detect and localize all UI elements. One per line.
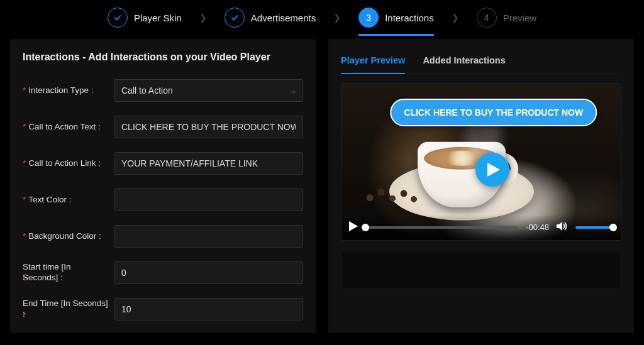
- chevron-right-icon: ❯: [452, 13, 459, 23]
- interaction-type-label: *Interaction Type: [23, 85, 108, 96]
- cta-overlay-button[interactable]: CLICK HERE TO BUY THE PRODUCT NOW: [390, 99, 597, 126]
- step-interactions[interactable]: 3 Interactions: [358, 8, 434, 36]
- play-icon: [349, 221, 358, 231]
- chevron-right-icon: ❯: [333, 13, 341, 23]
- step-advertisements[interactable]: Advertisements: [225, 8, 316, 28]
- cta-text-label: *Call to Action Text: [23, 122, 108, 133]
- start-time-label: *Start time [In Seconds]: [23, 262, 108, 283]
- check-icon: [108, 8, 128, 28]
- progress-bar[interactable]: [365, 226, 518, 229]
- text-color-input[interactable]: [114, 189, 303, 211]
- progress-thumb[interactable]: [362, 224, 369, 231]
- play-pause-button[interactable]: [349, 221, 358, 234]
- panel-title: Interactions - Add Interactions on your …: [23, 52, 303, 63]
- cta-link-input[interactable]: [114, 152, 303, 175]
- video-preview: CLICK HERE TO BUY THE PRODUCT NOW -00:48: [341, 83, 621, 241]
- end-time-input[interactable]: [114, 298, 303, 320]
- play-icon: [487, 163, 500, 177]
- interaction-type-select[interactable]: [114, 79, 303, 102]
- svg-marker-2: [557, 222, 562, 231]
- cta-text-input[interactable]: [114, 116, 303, 138]
- play-button[interactable]: [475, 153, 509, 187]
- text-color-label: *Text Color: [23, 195, 108, 205]
- cta-link-label: *Call to Action Link: [23, 158, 108, 169]
- step-label: Interactions: [385, 13, 434, 23]
- bg-color-input[interactable]: [114, 225, 303, 248]
- tab-added-interactions[interactable]: Added Interactions: [423, 52, 505, 74]
- video-controls: -00:48: [341, 215, 621, 240]
- time-remaining: -00:48: [526, 222, 549, 232]
- volume-icon[interactable]: [557, 221, 568, 234]
- step-player-skin[interactable]: Player Skin: [108, 8, 182, 28]
- step-preview[interactable]: 4 Preview: [477, 8, 536, 28]
- chevron-right-icon: ❯: [199, 13, 207, 23]
- bg-color-label: *Background Color: [23, 231, 108, 242]
- end-time-label: *End Time [In Seconds]: [23, 298, 108, 320]
- svg-marker-0: [487, 163, 500, 177]
- start-time-input[interactable]: [114, 261, 303, 284]
- step-number: 3: [358, 8, 379, 28]
- wizard-stepper: Player Skin ❯ Advertisements ❯ 3 Interac…: [0, 0, 644, 39]
- added-interactions-area: [341, 251, 621, 288]
- interactions-form-panel: Interactions - Add Interactions on your …: [10, 39, 316, 333]
- svg-marker-1: [349, 221, 358, 231]
- step-label: Advertisements: [251, 13, 316, 23]
- volume-thumb[interactable]: [609, 224, 617, 231]
- volume-slider[interactable]: [575, 226, 613, 229]
- check-icon: [225, 8, 245, 28]
- step-label: Player Skin: [134, 13, 182, 23]
- tab-player-preview[interactable]: Player Preview: [341, 52, 405, 74]
- step-label: Preview: [503, 13, 536, 23]
- step-number: 4: [477, 8, 497, 28]
- preview-tabs: Player Preview Added Interactions: [341, 52, 621, 74]
- preview-panel: Player Preview Added Interactions CLICK …: [328, 39, 634, 333]
